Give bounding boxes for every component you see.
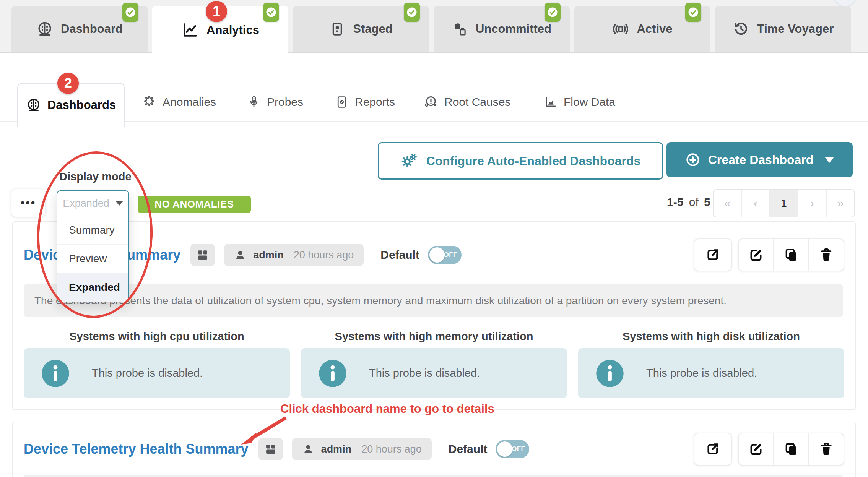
toggle-state-label: OFF <box>444 246 458 264</box>
default-toggle[interactable]: OFF <box>428 246 462 264</box>
no-anomalies-badge: NO ANOMALIES <box>138 196 251 213</box>
gears-icon <box>400 152 418 170</box>
flow-chart-icon <box>544 95 558 109</box>
probe-message: This probe is disabled. <box>646 367 757 380</box>
broadcast-icon <box>612 21 629 37</box>
card-header: Device Telemetry Health Summary admin 20… <box>24 433 844 465</box>
staged-file-icon <box>329 21 345 37</box>
probe-disabled-box: This probe is disabled. <box>578 348 844 398</box>
tab-label: Uncommitted <box>476 22 551 36</box>
owner-name: admin <box>253 249 284 261</box>
history-icon <box>733 21 749 37</box>
info-icon <box>595 359 625 388</box>
toggle-knob <box>497 441 512 457</box>
default-toggle[interactable]: OFF <box>496 440 529 458</box>
chevron-down-icon <box>825 157 834 163</box>
root-cause-icon <box>424 95 438 109</box>
share-button[interactable] <box>694 238 732 271</box>
tab-label: Active <box>637 22 672 36</box>
tab-reports[interactable]: Reports <box>335 91 395 113</box>
subtab-label: Anomalies <box>163 96 216 109</box>
pagination-next-button[interactable]: › <box>798 190 826 217</box>
gauge-icon <box>36 21 53 37</box>
display-mode-option-expanded[interactable]: Expanded <box>57 273 128 302</box>
main-tab-bar: Dashboard Analytics <box>0 0 868 53</box>
probe-message: This probe is disabled. <box>92 367 203 380</box>
pagination-page-1[interactable]: 1 <box>769 190 798 217</box>
pagination-controls: « ‹ 1 › » <box>713 189 855 217</box>
pagination-range: 1-5 of 5 <box>667 196 710 209</box>
share-button[interactable] <box>694 433 732 466</box>
clone-button[interactable] <box>773 433 808 465</box>
tab-active[interactable]: Active <box>574 6 710 52</box>
pagination-range-start: 1-5 <box>667 196 683 208</box>
tab-label: Dashboard <box>61 22 123 36</box>
probe-icon <box>247 95 261 109</box>
card-actions <box>694 433 844 466</box>
edit-button[interactable] <box>739 433 773 465</box>
check-badge-icon <box>122 3 138 22</box>
check-badge-icon <box>685 3 701 22</box>
display-mode-option-preview[interactable]: Preview <box>57 245 128 273</box>
info-icon <box>318 359 348 388</box>
tab-label: Analytics <box>206 23 259 37</box>
display-mode-select[interactable]: Expanded <box>57 191 128 216</box>
burst-icon <box>142 95 156 109</box>
display-mode-label: Display mode <box>59 170 132 183</box>
default-label: Default <box>449 443 488 456</box>
check-badge-icon <box>545 3 561 22</box>
probe-title: Systems with high cpu utilization <box>24 330 290 343</box>
user-icon <box>234 249 246 261</box>
updated-time: 20 hours ago <box>361 443 422 455</box>
tab-label: Staged <box>353 22 392 36</box>
pagination-total: 5 <box>704 196 710 208</box>
tab-uncommitted[interactable]: Uncommitted <box>434 6 570 52</box>
gauge-icon <box>26 97 41 113</box>
layout-grid-button[interactable] <box>258 438 283 460</box>
create-button-label: Create Dashboard <box>708 153 814 167</box>
tab-label: Time Voyager <box>757 22 834 36</box>
edit-button[interactable] <box>739 239 773 271</box>
analytics-dashboards-page: Dashboard Analytics <box>0 0 868 477</box>
updated-time: 20 hours ago <box>294 249 354 261</box>
subtab-label: Flow Data <box>564 96 615 109</box>
toggle-state-label: OFF <box>512 440 525 458</box>
card-actions <box>694 238 844 271</box>
user-icon <box>302 443 314 455</box>
tab-time-voyager[interactable]: Time Voyager <box>715 6 851 52</box>
probe-disabled-box: This probe is disabled. <box>24 348 290 398</box>
card-action-group <box>738 433 844 466</box>
owner-name: admin <box>321 443 352 455</box>
delete-button[interactable] <box>808 433 844 465</box>
dashboard-title-link[interactable]: Device Telemetry Health Summary <box>24 441 249 457</box>
tab-staged[interactable]: Staged <box>293 6 429 52</box>
subtab-divider <box>0 121 868 122</box>
configure-button-label: Configure Auto-Enabled Dashboards <box>426 154 641 168</box>
card-action-group <box>738 238 844 271</box>
dashboard-card-device-health-summary: Device Health Summary admin 20 hours ago… <box>12 221 856 410</box>
clone-button[interactable] <box>773 239 808 271</box>
pagination-prev-button[interactable]: ‹ <box>741 190 769 217</box>
delete-button[interactable] <box>808 239 844 271</box>
card-header: Device Health Summary admin 20 hours ago… <box>24 238 844 272</box>
tab-flow-data[interactable]: Flow Data <box>544 91 615 113</box>
dashboard-description: The dashboard presents the data of utili… <box>24 284 843 317</box>
more-options-button[interactable]: ••• <box>11 189 45 217</box>
create-dashboard-button[interactable]: Create Dashboard <box>666 142 853 177</box>
layout-grid-button[interactable] <box>190 244 215 266</box>
subtab-label: Probes <box>267 96 303 109</box>
pagination-first-button[interactable]: « <box>714 190 741 217</box>
tab-probes[interactable]: Probes <box>247 91 303 113</box>
subtab-label: Reports <box>355 96 395 109</box>
owner-badge: admin 20 hours ago <box>224 244 364 266</box>
tab-anomalies[interactable]: Anomalies <box>142 91 216 113</box>
tab-dashboard[interactable]: Dashboard <box>11 6 148 52</box>
owner-badge: admin 20 hours ago <box>292 438 432 460</box>
toggle-knob <box>429 247 445 263</box>
display-mode-dropdown: Expanded Summary Preview Expanded <box>57 190 129 302</box>
display-mode-option-summary[interactable]: Summary <box>57 216 128 245</box>
tab-root-causes[interactable]: Root Causes <box>424 91 510 113</box>
pagination-of: of <box>687 196 701 208</box>
pagination-last-button[interactable]: » <box>826 190 854 217</box>
configure-auto-enabled-dashboards-button[interactable]: Configure Auto-Enabled Dashboards <box>378 142 663 180</box>
